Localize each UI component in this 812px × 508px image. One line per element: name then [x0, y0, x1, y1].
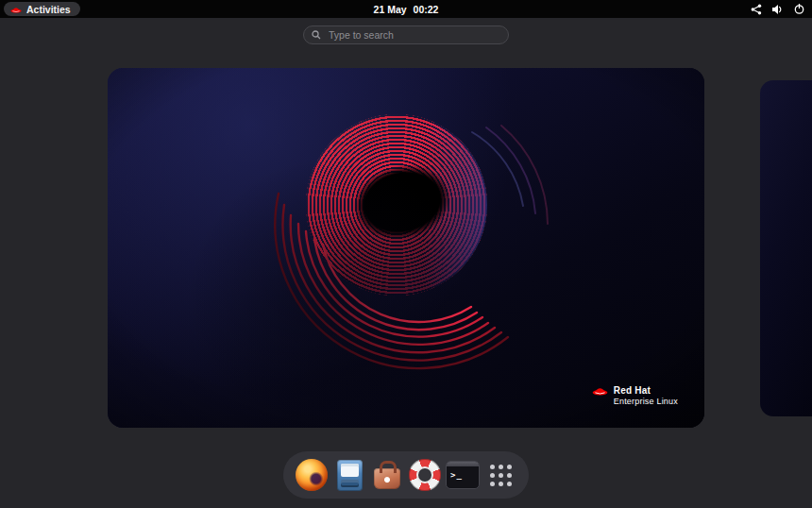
terminal-icon: [446, 461, 480, 489]
system-status-area[interactable]: [751, 0, 805, 18]
search-input[interactable]: [327, 28, 500, 42]
search-row: [0, 25, 812, 44]
power-icon: [793, 3, 805, 15]
clock[interactable]: 21 May 00:22: [374, 0, 439, 18]
brand-line1: Red Hat: [614, 385, 678, 397]
search-icon: [312, 30, 321, 40]
dock-item-files[interactable]: [330, 453, 368, 497]
dock-item-help[interactable]: [406, 453, 444, 497]
dock-item-terminal[interactable]: [444, 453, 482, 497]
redhat-logo-icon: [10, 6, 22, 13]
activities-label: Activities: [26, 4, 71, 15]
workspace-preview-next[interactable]: [760, 80, 812, 416]
help-icon: [409, 459, 441, 491]
network-icon: [751, 4, 762, 15]
volume-icon: [771, 4, 784, 15]
redhat-fedora-icon: [592, 385, 608, 396]
show-applications-button[interactable]: [482, 453, 519, 497]
dock-item-firefox[interactable]: [293, 453, 330, 497]
dock: [283, 451, 529, 499]
files-icon: [337, 460, 363, 491]
firefox-icon: [296, 459, 328, 491]
search-field[interactable]: [303, 25, 509, 44]
dock-item-software[interactable]: [368, 453, 406, 497]
top-bar: Activities 21 May 00:22: [0, 0, 812, 18]
workspace-preview-current[interactable]: Red Hat Enterprise Linux: [108, 68, 704, 428]
clock-date: 21 May: [374, 4, 407, 15]
wallpaper-art: [108, 68, 704, 428]
activities-button[interactable]: Activities: [4, 2, 80, 16]
software-icon: [374, 468, 400, 489]
clock-time: 00:22: [414, 4, 439, 15]
brand-line2: Enterprise Linux: [614, 397, 678, 406]
app-grid-icon: [490, 465, 512, 486]
redhat-brand-lockup: Red Hat Enterprise Linux: [592, 385, 678, 406]
